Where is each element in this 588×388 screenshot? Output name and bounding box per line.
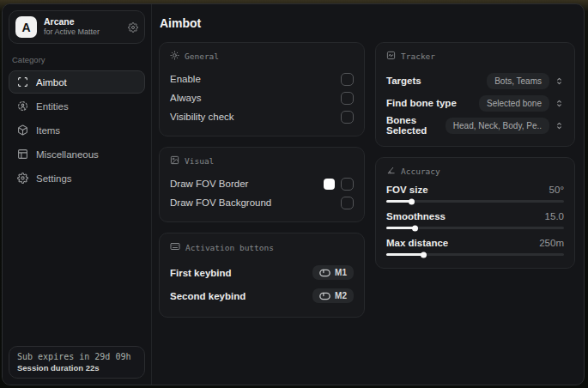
- setting-label: Draw FOV Background: [170, 197, 271, 208]
- sun-icon: [170, 51, 179, 62]
- sub-expires-text: Sub expires in 29d 09h: [17, 352, 136, 361]
- keybind-row: Second keybind M2: [170, 284, 354, 307]
- slider-thumb[interactable]: [412, 225, 418, 231]
- keybind-label: Second keybind: [170, 291, 246, 301]
- activity-icon: [386, 51, 396, 62]
- slider-row: FOV size 50°: [386, 185, 564, 205]
- visual-card: Visual Draw FOV Border Draw FOV Backgrou…: [159, 147, 365, 222]
- bones-selected-select[interactable]: Head, Neck, Body, Pe..: [446, 118, 549, 134]
- mouse-icon: [319, 269, 330, 277]
- cube-icon: [17, 124, 28, 136]
- second-keybind-button[interactable]: M2: [312, 288, 354, 303]
- subscription-info: Sub expires in 29d 09h Session duration …: [9, 346, 145, 379]
- enable-checkbox[interactable]: [341, 73, 354, 86]
- section-title: Tracker: [401, 52, 435, 61]
- keybind-label: First keybind: [170, 268, 232, 278]
- accuracy-card: Accuracy FOV size 50°: [375, 157, 575, 269]
- sidebar-item-miscellaneous[interactable]: Miscellaneous: [9, 142, 145, 166]
- tracker-label: Find bone type: [386, 98, 457, 108]
- keyboard-icon: [170, 241, 180, 253]
- section-title: Accuracy: [401, 167, 440, 176]
- find-bone-type-select[interactable]: Selected bone: [479, 95, 549, 112]
- setting-row: Visibility check: [170, 107, 354, 126]
- slider-thumb[interactable]: [421, 252, 427, 258]
- section-title: Activation buttons: [185, 243, 274, 252]
- main-content: Aimbot General Enable: [152, 4, 584, 385]
- slider-row: Smoothness 15.0: [386, 211, 564, 232]
- app-name: Arcane: [44, 16, 121, 27]
- setting-label: Visibility check: [170, 112, 234, 122]
- setting-row: Enable: [170, 70, 354, 88]
- setting-label: Always: [170, 93, 201, 103]
- app-logo: A: [15, 16, 37, 38]
- visibility-check-checkbox[interactable]: [341, 111, 354, 124]
- slider-value: 15.0: [545, 211, 564, 221]
- sidebar-item-label: Settings: [36, 173, 72, 184]
- max-distance-slider[interactable]: [386, 251, 564, 258]
- first-keybind-button[interactable]: M1: [312, 265, 354, 280]
- section-title: Visual: [185, 156, 214, 166]
- tracker-row: Bones Selected Head, Neck, Body, Pe..: [386, 114, 564, 136]
- setting-row: Draw FOV Background: [170, 193, 354, 212]
- slider-value: 250m: [539, 238, 564, 248]
- brand-text: Arcane for Active Matter: [44, 16, 121, 37]
- mouse-icon: [319, 292, 330, 300]
- sidebar-item-entities[interactable]: Entities: [9, 94, 145, 118]
- sidebar-nav: Aimbot Entities Items Miscellaneous: [9, 70, 145, 190]
- fov-border-checkbox[interactable]: [341, 178, 354, 191]
- sidebar-item-settings[interactable]: Settings: [9, 167, 145, 190]
- sidebar-item-label: Miscellaneous: [36, 149, 99, 160]
- session-duration-text: Session duration 22s: [17, 363, 136, 373]
- slider-row: Max distance 250m: [386, 238, 564, 258]
- expand-icon[interactable]: [555, 76, 564, 86]
- tracker-row: Targets Bots, Teams: [386, 70, 564, 92]
- fov-size-slider[interactable]: [386, 197, 564, 205]
- fov-background-checkbox[interactable]: [341, 197, 354, 209]
- angle-icon: [386, 166, 396, 177]
- section-title: General: [185, 52, 219, 61]
- app-window: A Arcane for Active Matter Category Aimb…: [2, 3, 585, 385]
- gear-icon: [17, 173, 28, 184]
- expand-icon[interactable]: [555, 99, 564, 108]
- tracker-label: Targets: [386, 76, 421, 86]
- sidebar-item-label: Items: [36, 125, 60, 136]
- category-label: Category: [12, 55, 142, 64]
- sidebar-item-aimbot[interactable]: Aimbot: [9, 70, 145, 94]
- setting-row: Draw FOV Border: [170, 174, 354, 193]
- tracker-card: Tracker Targets Bots, Teams Find bone ty…: [375, 42, 575, 147]
- slider-label: FOV size: [386, 185, 428, 195]
- sidebar-item-label: Aimbot: [36, 77, 67, 88]
- slider-value: 50°: [549, 185, 564, 195]
- targets-select[interactable]: Bots, Teams: [487, 73, 549, 89]
- setting-row: Always: [170, 88, 354, 107]
- setting-label: Draw FOV Border: [170, 179, 248, 189]
- tracker-row: Find bone type Selected bone: [386, 92, 564, 114]
- image-icon: [170, 155, 179, 167]
- slider-label: Max distance: [386, 238, 448, 248]
- activation-card: Activation buttons First keybind M1 Seco…: [159, 233, 365, 318]
- keybind-value: M2: [335, 291, 347, 300]
- slider-label: Smoothness: [386, 211, 446, 221]
- gear-icon[interactable]: [128, 22, 138, 33]
- page-title: Aimbot: [160, 16, 575, 30]
- scan-icon: [17, 76, 28, 88]
- sidebar-item-items[interactable]: Items: [9, 118, 145, 142]
- general-card: General Enable Always Visibility check: [159, 42, 365, 136]
- slider-thumb[interactable]: [409, 198, 415, 204]
- sidebar: A Arcane for Active Matter Category Aimb…: [3, 4, 152, 385]
- app-subtitle: for Active Matter: [44, 27, 121, 37]
- tracker-label: Bones Selected: [386, 115, 446, 136]
- brand-card[interactable]: A Arcane for Active Matter: [9, 10, 145, 44]
- expand-icon[interactable]: [555, 121, 564, 130]
- sidebar-item-label: Entities: [36, 101, 69, 112]
- smoothness-slider[interactable]: [386, 224, 564, 232]
- keybind-row: First keybind M1: [170, 261, 354, 284]
- always-checkbox[interactable]: [341, 92, 354, 105]
- keybind-value: M1: [335, 268, 347, 277]
- fov-border-color-swatch[interactable]: [324, 179, 335, 190]
- layout-icon: [17, 149, 28, 160]
- entities-icon: [17, 100, 28, 112]
- setting-label: Enable: [170, 74, 201, 84]
